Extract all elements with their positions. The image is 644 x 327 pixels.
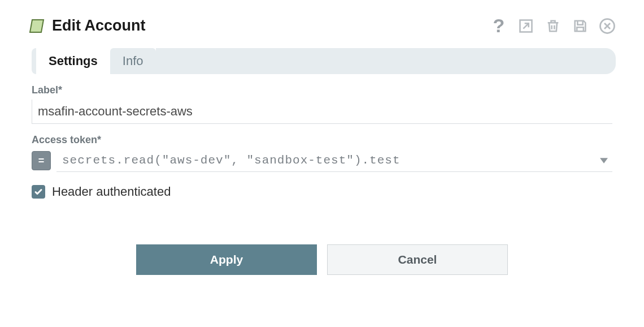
dialog-header: Edit Account ? [28,17,616,35]
svg-marker-0 [30,20,43,32]
label-field: Label* [32,84,612,124]
save-icon[interactable] [572,18,589,35]
tabs: Settings Info [28,48,616,74]
access-token-input-wrap [56,149,612,172]
toolbar: ? [490,18,616,35]
button-row: Apply Cancel [32,244,612,275]
dialog-title: Edit Account [52,17,146,35]
close-icon[interactable] [599,18,616,35]
help-icon[interactable]: ? [490,18,507,35]
header-auth-label: Header authenticated [52,184,171,199]
access-token-field: Access token* = [32,134,612,172]
title-group: Edit Account [28,17,146,35]
chevron-down-icon[interactable] [600,156,608,166]
tab-lead [32,48,36,74]
label-field-label: Label* [32,84,612,96]
account-icon [28,18,45,35]
tab-info[interactable]: Info [110,48,156,74]
header-auth-row: Header authenticated [32,184,612,199]
access-token-input[interactable] [56,149,612,172]
tab-settings[interactable]: Settings [36,48,110,74]
svg-marker-3 [600,158,608,163]
tab-filler [156,48,616,74]
form-content: Label* Access token* = Header authentica… [28,84,616,275]
expression-toggle-button[interactable]: = [32,151,51,170]
export-icon[interactable] [517,18,534,35]
cancel-button[interactable]: Cancel [327,244,508,275]
label-input[interactable] [32,100,612,124]
apply-button[interactable]: Apply [136,244,317,275]
access-token-row: = [32,149,612,172]
trash-icon[interactable] [545,18,562,35]
header-auth-checkbox[interactable] [32,185,45,199]
access-token-label: Access token* [32,134,612,146]
